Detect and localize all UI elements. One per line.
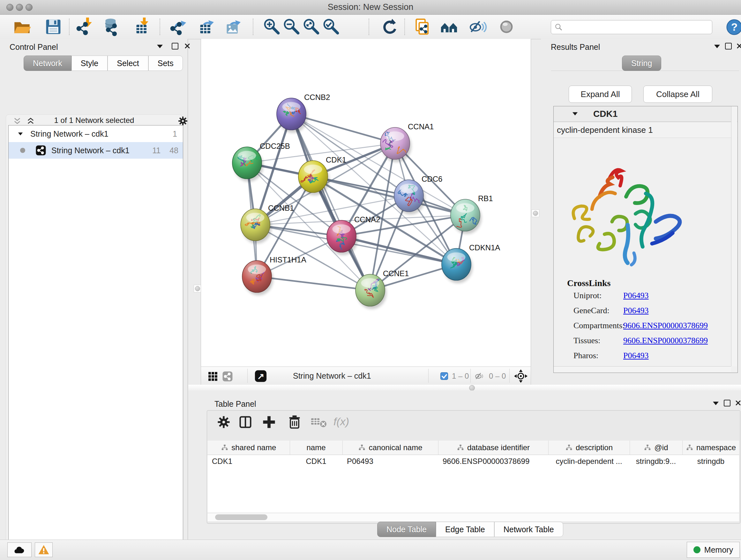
table-cell[interactable]: CDK1 xyxy=(290,455,342,468)
zoom-in-button[interactable] xyxy=(262,17,281,36)
hide-selected-button[interactable] xyxy=(469,17,488,36)
float-panel-icon[interactable] xyxy=(172,43,179,50)
import-network-database-button[interactable] xyxy=(102,17,121,36)
network-row-selected[interactable]: String Network – cdk1 11 48 xyxy=(9,142,183,159)
warnings-button[interactable] xyxy=(35,543,53,557)
hidden-eye-icon[interactable] xyxy=(474,371,486,381)
float-panel-icon[interactable] xyxy=(725,43,732,50)
tab-edge-table[interactable]: Edge Table xyxy=(436,522,494,537)
zoom-selected-button[interactable] xyxy=(322,17,340,36)
close-panel-icon[interactable] xyxy=(184,43,191,50)
expand-all-button[interactable]: Expand All xyxy=(569,85,632,103)
tab-network[interactable]: Network xyxy=(23,56,71,71)
table-horizontal-scrollbar[interactable] xyxy=(207,513,739,521)
close-panel-icon[interactable] xyxy=(736,43,741,50)
table-options-gear-icon[interactable] xyxy=(216,415,231,430)
cloud-status-button[interactable] xyxy=(7,543,31,557)
network-selection-status: 1 of 1 Network selected xyxy=(6,116,182,125)
toolbar-separator xyxy=(69,18,70,35)
show-all-button[interactable] xyxy=(440,17,458,36)
refresh-network-button[interactable] xyxy=(381,17,399,36)
crosslink-link[interactable]: 9606.ENSP00000378699 xyxy=(623,321,708,330)
table-cell[interactable]: stringdb xyxy=(682,455,739,468)
column-header[interactable]: shared name xyxy=(207,441,290,455)
import-network-file-button[interactable] xyxy=(76,17,94,36)
grid-view-icon[interactable] xyxy=(207,371,218,382)
network-collection-row[interactable]: String Network – cdk1 1 xyxy=(9,125,183,142)
results-horizontal-scrollbar[interactable] xyxy=(554,366,731,372)
export-table-button[interactable] xyxy=(197,17,215,36)
show-columns-icon[interactable] xyxy=(238,415,253,430)
column-header[interactable]: database identifier xyxy=(438,441,548,455)
tab-node-table[interactable]: Node Table xyxy=(377,522,436,537)
delete-table-icon[interactable] xyxy=(311,416,327,428)
collapse-gene-icon[interactable] xyxy=(572,112,578,116)
graph-node-label: CDK1 xyxy=(326,155,346,164)
application-window: Session: New Session ? Control Panel xyxy=(0,0,741,560)
table-cell[interactable]: stringdb:9... xyxy=(630,455,682,468)
graph-node-label: CDKN1A xyxy=(469,243,500,252)
collapse-all-button[interactable]: Collapse All xyxy=(643,85,712,103)
clone-network-button[interactable] xyxy=(413,17,432,36)
save-session-button[interactable] xyxy=(44,17,63,36)
network-canvas[interactable]: CCNB2CCNA1CDC25BCDK1CDC6RB1CCNB1CCNA2CDK… xyxy=(201,39,531,367)
scrollbar-thumb[interactable] xyxy=(215,514,267,520)
column-header[interactable]: canonical name xyxy=(342,441,438,455)
table-row[interactable]: CDK1CDK1P064939606.ENSP00000378699cyclin… xyxy=(207,455,739,468)
column-header[interactable]: @id xyxy=(630,441,682,455)
horizontal-splitter[interactable] xyxy=(188,385,741,391)
export-image-button[interactable] xyxy=(223,17,242,36)
function-builder-icon[interactable]: f(x) xyxy=(332,413,356,430)
highlight-button[interactable] xyxy=(497,17,516,36)
search-input[interactable] xyxy=(566,21,711,33)
results-vertical-scrollbar[interactable] xyxy=(731,106,737,366)
add-column-icon[interactable] xyxy=(261,415,277,430)
table-cell[interactable]: cyclin-dependent ... xyxy=(548,455,630,468)
panel-splitter-grip[interactable] xyxy=(194,285,201,293)
graph-node-label: CCNA1 xyxy=(408,122,434,131)
tab-style[interactable]: Style xyxy=(71,56,108,71)
selected-checkbox-icon[interactable] xyxy=(440,372,449,381)
crosslink-row: Uniprot:P06493 xyxy=(554,291,732,304)
crosslink-link[interactable]: P06493 xyxy=(623,306,649,315)
crosslink-link[interactable]: P06493 xyxy=(623,351,649,361)
column-header[interactable]: name xyxy=(290,441,342,455)
fit-selected-crosshair-icon[interactable] xyxy=(514,369,528,383)
help-button[interactable]: ? xyxy=(726,18,741,36)
panel-menu-icon[interactable] xyxy=(157,45,163,48)
crosslink-link[interactable]: 9606.ENSP00000378699 xyxy=(623,336,708,346)
column-header[interactable]: namespace xyxy=(682,441,739,455)
birdseye-view-icon[interactable]: ↗ xyxy=(254,369,267,383)
tree-expander-icon[interactable] xyxy=(18,132,23,135)
tab-sets[interactable]: Sets xyxy=(148,56,183,71)
tab-select[interactable]: Select xyxy=(108,56,148,71)
delete-column-icon[interactable] xyxy=(287,415,302,430)
table-cell[interactable]: CDK1 xyxy=(207,455,290,468)
panel-menu-icon[interactable] xyxy=(713,401,719,405)
main-toolbar: ? xyxy=(0,15,741,39)
network-row-label: String Network – cdk1 xyxy=(51,146,130,155)
table-cell[interactable]: 9606.ENSP00000378699 xyxy=(438,455,548,468)
table-cell[interactable]: P06493 xyxy=(342,455,438,468)
column-header[interactable]: description xyxy=(548,441,630,455)
tab-network-table[interactable]: Network Table xyxy=(494,522,563,537)
footer-separator xyxy=(247,369,248,383)
panel-splitter-grip[interactable] xyxy=(532,209,539,217)
crosslink-row: Tissues:9606.ENSP00000378699 xyxy=(554,336,732,349)
zoom-out-button[interactable] xyxy=(282,17,300,36)
graph-node-label: CCNB1 xyxy=(268,204,294,212)
gene-card-header[interactable]: CDK1 xyxy=(554,106,738,122)
float-panel-icon[interactable] xyxy=(724,400,731,407)
export-network-button[interactable] xyxy=(170,17,188,36)
tab-string[interactable]: String xyxy=(622,56,661,71)
zoom-fit-button[interactable] xyxy=(302,17,320,36)
search-field xyxy=(551,20,712,34)
import-table-button[interactable] xyxy=(133,17,151,36)
network-view-icon[interactable] xyxy=(222,371,233,382)
open-session-button[interactable] xyxy=(13,17,31,36)
memory-button[interactable]: Memory xyxy=(687,542,740,558)
toolbar-separator xyxy=(253,18,253,35)
panel-menu-icon[interactable] xyxy=(714,45,720,48)
crosslink-link[interactable]: P06493 xyxy=(623,291,649,300)
close-panel-icon[interactable] xyxy=(735,399,741,407)
